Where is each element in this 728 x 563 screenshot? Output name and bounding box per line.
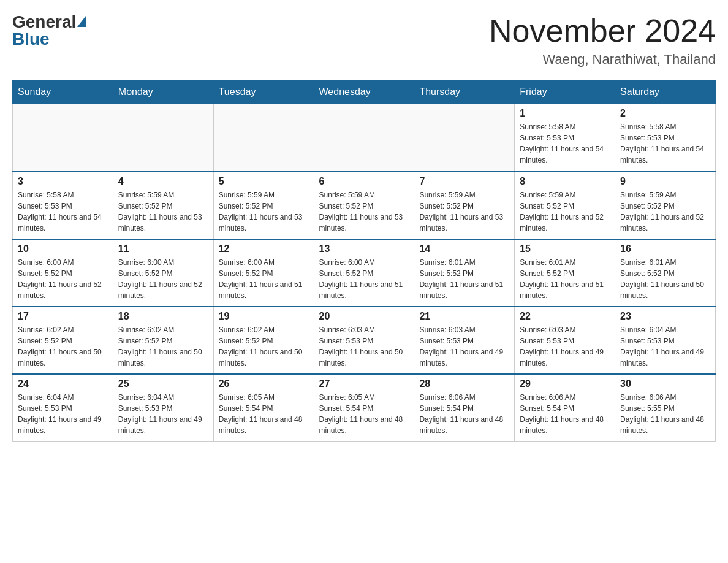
calendar-cell-w1-d6: 1Sunrise: 5:58 AMSunset: 5:53 PMDaylight… xyxy=(515,104,615,172)
day-number: 23 xyxy=(620,311,710,322)
logo-blue-text: Blue xyxy=(12,29,50,49)
calendar-cell-w4-d6: 22Sunrise: 6:03 AMSunset: 5:53 PMDayligh… xyxy=(515,307,615,374)
calendar-cell-w5-d1: 24Sunrise: 6:04 AMSunset: 5:53 PMDayligh… xyxy=(13,374,113,442)
header-friday: Friday xyxy=(515,80,615,104)
day-number: 14 xyxy=(419,243,509,255)
calendar-table: Sunday Monday Tuesday Wednesday Thursday… xyxy=(12,80,716,442)
calendar-cell-w1-d1 xyxy=(13,104,113,172)
day-number: 17 xyxy=(18,311,108,322)
day-number: 15 xyxy=(520,243,610,255)
day-info: Sunrise: 5:59 AMSunset: 5:52 PMDaylight:… xyxy=(319,190,409,234)
day-number: 28 xyxy=(419,378,509,389)
day-info: Sunrise: 6:03 AMSunset: 5:53 PMDaylight:… xyxy=(319,324,409,369)
logo-triangle-icon xyxy=(77,16,86,27)
day-number: 16 xyxy=(620,243,710,255)
day-info: Sunrise: 6:03 AMSunset: 5:53 PMDaylight:… xyxy=(520,324,610,369)
calendar-cell-w4-d7: 23Sunrise: 6:04 AMSunset: 5:53 PMDayligh… xyxy=(615,307,716,374)
day-info: Sunrise: 6:06 AMSunset: 5:55 PMDaylight:… xyxy=(620,392,710,436)
calendar-cell-w2-d1: 3Sunrise: 5:58 AMSunset: 5:53 PMDaylight… xyxy=(13,172,113,239)
logo: General Blue xyxy=(12,12,86,49)
calendar-cell-w3-d7: 16Sunrise: 6:01 AMSunset: 5:52 PMDayligh… xyxy=(615,239,716,307)
calendar-cell-w5-d6: 29Sunrise: 6:06 AMSunset: 5:54 PMDayligh… xyxy=(515,374,615,442)
calendar-cell-w5-d5: 28Sunrise: 6:06 AMSunset: 5:54 PMDayligh… xyxy=(414,374,515,442)
day-info: Sunrise: 5:58 AMSunset: 5:53 PMDaylight:… xyxy=(18,190,108,234)
calendar-cell-w5-d7: 30Sunrise: 6:06 AMSunset: 5:55 PMDayligh… xyxy=(615,374,716,442)
day-info: Sunrise: 5:59 AMSunset: 5:52 PMDaylight:… xyxy=(118,190,208,234)
calendar-cell-w3-d3: 12Sunrise: 6:00 AMSunset: 5:52 PMDayligh… xyxy=(213,239,314,307)
header-saturday: Saturday xyxy=(615,80,716,104)
day-info: Sunrise: 6:02 AMSunset: 5:52 PMDaylight:… xyxy=(118,324,208,369)
day-info: Sunrise: 6:04 AMSunset: 5:53 PMDaylight:… xyxy=(118,392,208,436)
day-number: 2 xyxy=(620,108,710,119)
day-number: 18 xyxy=(118,311,208,322)
day-number: 19 xyxy=(219,311,309,322)
day-info: Sunrise: 6:05 AMSunset: 5:54 PMDaylight:… xyxy=(319,392,409,436)
header-monday: Monday xyxy=(113,80,213,104)
day-info: Sunrise: 5:59 AMSunset: 5:52 PMDaylight:… xyxy=(520,190,610,234)
calendar-cell-w5-d3: 26Sunrise: 6:05 AMSunset: 5:54 PMDayligh… xyxy=(213,374,314,442)
day-info: Sunrise: 6:05 AMSunset: 5:54 PMDaylight:… xyxy=(219,392,309,436)
calendar-cell-w2-d7: 9Sunrise: 5:59 AMSunset: 5:52 PMDaylight… xyxy=(615,172,716,239)
calendar-cell-w2-d4: 6Sunrise: 5:59 AMSunset: 5:52 PMDaylight… xyxy=(314,172,414,239)
calendar-cell-w1-d2 xyxy=(113,104,213,172)
day-number: 3 xyxy=(18,176,108,187)
day-info: Sunrise: 6:02 AMSunset: 5:52 PMDaylight:… xyxy=(219,324,309,369)
calendar-cell-w2-d2: 4Sunrise: 5:59 AMSunset: 5:52 PMDaylight… xyxy=(113,172,213,239)
calendar-cell-w1-d7: 2Sunrise: 5:58 AMSunset: 5:53 PMDaylight… xyxy=(615,104,716,172)
week-row-1: 1Sunrise: 5:58 AMSunset: 5:53 PMDaylight… xyxy=(13,104,716,172)
calendar-cell-w1-d5 xyxy=(414,104,515,172)
day-number: 25 xyxy=(118,378,208,389)
calendar-cell-w4-d2: 18Sunrise: 6:02 AMSunset: 5:52 PMDayligh… xyxy=(113,307,213,374)
calendar-cell-w2-d3: 5Sunrise: 5:59 AMSunset: 5:52 PMDaylight… xyxy=(213,172,314,239)
calendar-cell-w4-d4: 20Sunrise: 6:03 AMSunset: 5:53 PMDayligh… xyxy=(314,307,414,374)
header-wednesday: Wednesday xyxy=(314,80,414,104)
day-info: Sunrise: 5:58 AMSunset: 5:53 PMDaylight:… xyxy=(520,121,610,166)
day-info: Sunrise: 5:59 AMSunset: 5:52 PMDaylight:… xyxy=(419,190,509,234)
header-sunday: Sunday xyxy=(13,80,113,104)
day-number: 10 xyxy=(18,243,108,255)
calendar-cell-w3-d4: 13Sunrise: 6:00 AMSunset: 5:52 PMDayligh… xyxy=(314,239,414,307)
week-row-4: 17Sunrise: 6:02 AMSunset: 5:52 PMDayligh… xyxy=(13,307,716,374)
calendar-cell-w3-d6: 15Sunrise: 6:01 AMSunset: 5:52 PMDayligh… xyxy=(515,239,615,307)
weekday-header-row: Sunday Monday Tuesday Wednesday Thursday… xyxy=(13,80,716,104)
day-number: 13 xyxy=(319,243,409,255)
day-info: Sunrise: 6:00 AMSunset: 5:52 PMDaylight:… xyxy=(118,257,208,301)
day-info: Sunrise: 6:02 AMSunset: 5:52 PMDaylight:… xyxy=(18,324,108,369)
day-number: 4 xyxy=(118,176,208,187)
day-info: Sunrise: 6:00 AMSunset: 5:52 PMDaylight:… xyxy=(319,257,409,301)
calendar-cell-w4-d5: 21Sunrise: 6:03 AMSunset: 5:53 PMDayligh… xyxy=(414,307,515,374)
day-info: Sunrise: 5:58 AMSunset: 5:53 PMDaylight:… xyxy=(620,121,710,166)
day-info: Sunrise: 6:01 AMSunset: 5:52 PMDaylight:… xyxy=(419,257,509,301)
location-title: Waeng, Narathiwat, Thailand xyxy=(489,52,716,67)
week-row-2: 3Sunrise: 5:58 AMSunset: 5:53 PMDaylight… xyxy=(13,172,716,239)
calendar-cell-w3-d5: 14Sunrise: 6:01 AMSunset: 5:52 PMDayligh… xyxy=(414,239,515,307)
calendar-cell-w3-d2: 11Sunrise: 6:00 AMSunset: 5:52 PMDayligh… xyxy=(113,239,213,307)
calendar-cell-w4-d3: 19Sunrise: 6:02 AMSunset: 5:52 PMDayligh… xyxy=(213,307,314,374)
week-row-5: 24Sunrise: 6:04 AMSunset: 5:53 PMDayligh… xyxy=(13,374,716,442)
day-info: Sunrise: 6:06 AMSunset: 5:54 PMDaylight:… xyxy=(520,392,610,436)
page-header: General Blue November 2024 Waeng, Narath… xyxy=(12,12,716,67)
calendar-cell-w1-d3 xyxy=(213,104,314,172)
day-number: 7 xyxy=(419,176,509,187)
day-info: Sunrise: 6:04 AMSunset: 5:53 PMDaylight:… xyxy=(18,392,108,436)
day-number: 20 xyxy=(319,311,409,322)
day-number: 12 xyxy=(219,243,309,255)
day-info: Sunrise: 6:06 AMSunset: 5:54 PMDaylight:… xyxy=(419,392,509,436)
day-info: Sunrise: 6:00 AMSunset: 5:52 PMDaylight:… xyxy=(219,257,309,301)
day-info: Sunrise: 5:59 AMSunset: 5:52 PMDaylight:… xyxy=(620,190,710,234)
header-thursday: Thursday xyxy=(414,80,515,104)
calendar-cell-w2-d5: 7Sunrise: 5:59 AMSunset: 5:52 PMDaylight… xyxy=(414,172,515,239)
day-number: 6 xyxy=(319,176,409,187)
day-info: Sunrise: 5:59 AMSunset: 5:52 PMDaylight:… xyxy=(219,190,309,234)
day-info: Sunrise: 6:01 AMSunset: 5:52 PMDaylight:… xyxy=(520,257,610,301)
day-info: Sunrise: 6:04 AMSunset: 5:53 PMDaylight:… xyxy=(620,324,710,369)
day-number: 1 xyxy=(520,108,610,119)
header-tuesday: Tuesday xyxy=(213,80,314,104)
calendar-cell-w4-d1: 17Sunrise: 6:02 AMSunset: 5:52 PMDayligh… xyxy=(13,307,113,374)
day-number: 8 xyxy=(520,176,610,187)
day-number: 21 xyxy=(419,311,509,322)
day-number: 5 xyxy=(219,176,309,187)
day-number: 30 xyxy=(620,378,710,389)
day-number: 29 xyxy=(520,378,610,389)
day-number: 26 xyxy=(219,378,309,389)
